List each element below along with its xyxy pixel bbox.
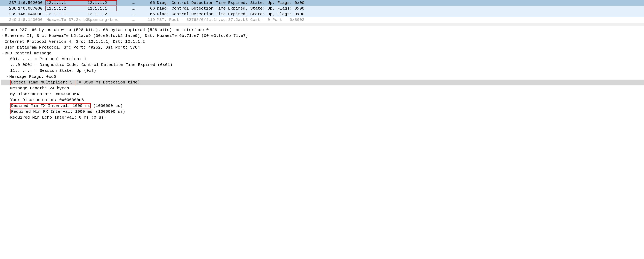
field-text: ...0 0001 = Diagnostic Code: Control Det… [10, 62, 172, 67]
bfd-message-flags[interactable]: ›Message Flags: 0xc0 [1, 74, 644, 80]
col-time: 148.140000 [18, 17, 45, 22]
bfd-protocol-version[interactable]: 001. .... = Protocol Version: 1 [1, 56, 644, 62]
col-info: MST. Root = 32768/0/4c:1f:cc:37:2a:b3 Co… [156, 17, 644, 22]
bfd-detect-multiplier[interactable]: Detect Time Multiplier: 3 (= 3000 ms Det… [1, 80, 644, 86]
bfd-min-tx-interval[interactable]: Desired Min TX Interval: 1000 ms (100000… [1, 103, 644, 109]
bfd-your-discriminator[interactable]: Your Discriminator: 0x000000c8 [1, 97, 644, 103]
field-text: Internet Protocol Version 4, Src: 12.1.1… [5, 40, 145, 44]
field-text: Your Discriminator: 0x000000c8 [10, 98, 84, 102]
chevron-down-icon: ⌄ [1, 50, 5, 56]
field-text: Frame 237: 66 bytes on wire (528 bits), … [5, 28, 209, 32]
field-text: Message Flags: 0xc0 [9, 74, 56, 79]
col-len: 66 [143, 6, 156, 11]
packet-row[interactable]: 238 146.687000 12.1.1.2 12.1.1.1 … 66 Di… [0, 6, 644, 11]
horizontal-scrollbar[interactable] [0, 22, 644, 26]
packet-list[interactable]: 237 146.562000 12.1.1.1 12.1.1.2 … 66 Di… [0, 0, 644, 22]
tree-item-ip[interactable]: ›Internet Protocol Version 4, Src: 12.1.… [1, 38, 644, 44]
chevron-right-icon: › [6, 74, 9, 80]
field-text: Ethernet II, Src: HuaweiTe_b2:1a:e9 (00:… [5, 34, 248, 38]
col-no: 238 [0, 6, 18, 11]
tree-item-ethernet[interactable]: ›Ethernet II, Src: HuaweiTe_b2:1a:e9 (00… [1, 33, 644, 38]
col-proto: … [127, 0, 143, 6]
col-time: 148.046000 [18, 11, 45, 17]
col-no: 240 [0, 17, 18, 22]
col-dst: 12.1.1.2 [86, 11, 127, 17]
col-info: Diag: Control Detection Time Expired, St… [156, 0, 644, 6]
chevron-right-icon: › [1, 44, 5, 50]
bfd-session-state[interactable]: 11.. .... = Session State: Up (0x3) [1, 68, 644, 74]
packet-details[interactable]: ›Frame 237: 66 bytes on wire (528 bits),… [0, 26, 644, 128]
col-proto: … [127, 6, 143, 11]
field-text: 001. .... = Protocol Version: 1 [10, 57, 86, 61]
col-time: 146.562000 [18, 0, 45, 6]
field-text: Required Min Echo Interval: 0 ms (0 us) [10, 115, 106, 120]
tree-item-bfd[interactable]: ⌄BFD Control message [1, 50, 644, 56]
highlight-box [46, 0, 117, 6]
field-text: (= 3000 ms Detection time) [76, 80, 140, 85]
col-len: 66 [143, 0, 156, 6]
highlight-box [46, 6, 117, 11]
field-text: 11.. .... = Session State: Up (0x3) [10, 68, 96, 73]
field-text: (1000000 us) [91, 104, 123, 108]
col-src: 12.1.1.1 [45, 11, 86, 17]
highlight-box: Detect Time Multiplier: 3 [10, 80, 76, 85]
col-dst: Spanning-tre… [86, 17, 127, 22]
bfd-my-discriminator[interactable]: My Discriminator: 0x00000064 [1, 91, 644, 97]
packet-row[interactable]: 239 148.046000 12.1.1.1 12.1.1.2 … 66 Di… [0, 11, 644, 17]
tree-item-udp[interactable]: ›User Datagram Protocol, Src Port: 49252… [1, 44, 644, 50]
field-text: Message Length: 24 bytes [10, 86, 69, 90]
col-len: 119 [143, 17, 156, 22]
col-info: Diag: Control Detection Time Expired, St… [156, 6, 644, 11]
field-text: BFD Control message [5, 51, 51, 56]
col-time: 146.687000 [18, 6, 45, 11]
field-text: (1000000 us) [93, 110, 125, 114]
col-proto: … [127, 11, 143, 17]
bfd-diagnostic-code[interactable]: ...0 0001 = Diagnostic Code: Control Det… [1, 62, 644, 68]
chevron-right-icon: › [1, 27, 5, 33]
scrollbar-thumb[interactable] [0, 23, 170, 26]
col-info: Diag: Control Detection Time Expired, St… [156, 11, 644, 17]
col-no: 239 [0, 11, 18, 17]
tree-item-frame[interactable]: ›Frame 237: 66 bytes on wire (528 bits),… [1, 27, 644, 33]
col-len: 66 [143, 11, 156, 17]
highlight-box: Desired Min TX Interval: 1000 ms [10, 103, 91, 108]
bfd-min-echo-interval[interactable]: Required Min Echo Interval: 0 ms (0 us) [1, 115, 644, 120]
chevron-right-icon: › [1, 38, 5, 44]
field-text: My Discriminator: 0x00000064 [10, 92, 79, 96]
bfd-message-length[interactable]: Message Length: 24 bytes [1, 86, 644, 91]
packet-row[interactable]: 237 146.562000 12.1.1.1 12.1.1.2 … 66 Di… [0, 0, 644, 6]
col-proto: … [127, 17, 143, 22]
bfd-min-rx-interval[interactable]: Required Min RX Interval: 1000 ms (10000… [1, 109, 644, 115]
highlight-box: Required Min RX Interval: 1000 ms [10, 109, 93, 114]
packet-row[interactable]: 240 148.140000 HuaweiTe 37:2a:b3 Spannin… [0, 17, 644, 22]
col-no: 237 [0, 0, 18, 6]
chevron-right-icon: › [1, 33, 5, 38]
field-text: User Datagram Protocol, Src Port: 49252,… [5, 45, 140, 50]
col-src: HuaweiTe 37:2a:b3 [45, 17, 86, 22]
